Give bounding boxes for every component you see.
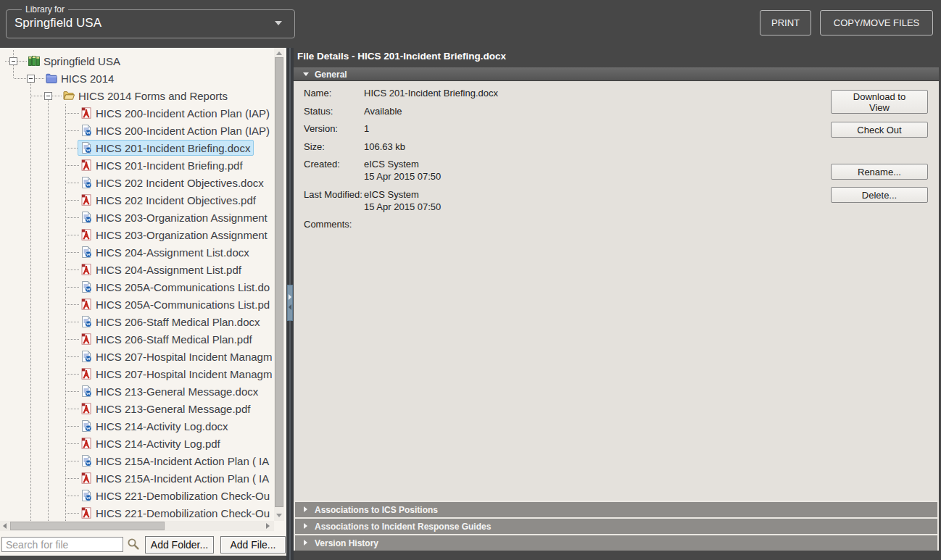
splitter-arrow-right-icon <box>289 294 291 300</box>
pdf-icon <box>80 333 92 345</box>
tree-item[interactable]: HICS 207-Hospital Incident Managm <box>78 366 274 382</box>
docx-icon <box>80 142 92 154</box>
tree-item-label: HICS 206-Staff Medical Plan.docx <box>96 316 260 328</box>
tree-item[interactable]: HICS 206-Staff Medical Plan.pdf <box>78 331 256 347</box>
tree-item-label: HICS 214-Activity Log.pdf <box>96 438 220 450</box>
add-file-button[interactable]: Add File... <box>220 536 286 553</box>
file-tree: Springfield USAHICS 2014HICS 2014 Forms … <box>0 48 274 521</box>
library-icon <box>28 55 40 67</box>
tree-item[interactable]: HICS 200-Incident Action Plan (IAP) <box>78 122 273 138</box>
library-select[interactable]: Library for Springfield USA <box>6 9 295 38</box>
pdf-icon <box>80 159 92 171</box>
tree-item-label: HICS 203-Organization Assignment <box>96 212 268 224</box>
tree-item[interactable]: HICS 201-Incident Briefing.pdf <box>78 157 246 173</box>
scroll-down-icon[interactable] <box>276 514 282 517</box>
section-general-header[interactable]: General <box>294 67 939 81</box>
tree-item[interactable]: HICS 2014 <box>43 70 117 86</box>
tree-item-label: HICS 215A-Incident Action Plan ( IA <box>96 472 269 485</box>
panel-splitter[interactable] <box>286 48 294 560</box>
tree-item[interactable]: HICS 207-Hospital Incident Managm <box>78 348 274 364</box>
tree-guide-line <box>13 50 14 57</box>
tree-item-label: HICS 202 Incident Objectives.pdf <box>96 194 256 206</box>
tree-item[interactable]: HICS 205A-Communications List.pd <box>78 296 273 312</box>
scroll-up-icon[interactable] <box>276 51 282 55</box>
tree-item[interactable]: HICS 214-Activity Log.pdf <box>78 435 224 451</box>
collapsed-section-label: Associations to Incident Response Guides <box>315 522 491 532</box>
tree-item-label: HICS 201-Incident Briefing.pdf <box>96 159 243 172</box>
detail-field: Size:106.63 kb <box>304 141 498 153</box>
field-label: Size: <box>304 141 364 153</box>
search-input[interactable] <box>1 537 123 552</box>
detail-field: Last Modified:eICS System15 Apr 2015 07:… <box>304 188 498 213</box>
folder-open-icon <box>63 90 75 101</box>
detail-field: Comments: <box>304 218 498 230</box>
field-value: 106.63 kb <box>364 141 405 153</box>
collapsed-section-bar[interactable]: Associations to Incident Response Guides <box>295 519 937 534</box>
field-label: Comments: <box>304 218 364 230</box>
tree-item[interactable]: HICS 200-Incident Action Plan (IAP) <box>78 105 273 121</box>
expand-toggle[interactable] <box>44 92 52 100</box>
scroll-left-icon[interactable] <box>3 523 7 529</box>
tree-horizontal-scrollbar[interactable] <box>0 521 274 531</box>
horizontal-scroll-thumb[interactable] <box>10 522 165 530</box>
tree-footer: Add Folder... Add File... <box>0 531 286 556</box>
tree-item-label: HICS 2014 <box>61 72 114 85</box>
tree-item[interactable]: HICS 203-Organization Assignment <box>78 209 271 225</box>
collapsed-section-bar[interactable]: Version History <box>295 535 937 551</box>
tree-item[interactable]: HICS 203-Organization Assignment <box>78 227 271 243</box>
download-to-view-button[interactable]: Download to View <box>831 90 928 114</box>
scroll-right-icon[interactable] <box>266 523 270 529</box>
tree-item[interactable]: HICS 215A-Incident Action Plan ( IA <box>78 453 273 469</box>
collapsed-section-bar[interactable]: Associations to ICS Positions <box>295 502 937 517</box>
rename-button[interactable]: Rename... <box>831 164 928 180</box>
tree-item[interactable]: HICS 221-Demobilization Check-Ou <box>78 505 273 521</box>
tree-item[interactable]: HICS 215A-Incident Action Plan ( IA <box>78 470 273 486</box>
detail-field: Version:1 <box>304 122 498 135</box>
tree-item[interactable]: HICS 201-Incident Briefing.docx <box>78 140 254 156</box>
delete-button[interactable]: Delete... <box>831 187 928 203</box>
add-folder-button[interactable]: Add Folder... <box>145 536 214 553</box>
tree-item[interactable]: HICS 221-Demobilization Check-Ou <box>78 488 273 503</box>
splitter-handle[interactable] <box>287 285 293 321</box>
field-value: eICS System15 Apr 2015 07:50 <box>364 158 441 183</box>
tree-item[interactable]: HICS 202 Incident Objectives.docx <box>78 175 268 191</box>
expand-arrow-icon <box>304 506 307 512</box>
expand-arrow-icon <box>304 523 307 529</box>
tree-item[interactable]: HICS 213-General Message.pdf <box>78 401 254 417</box>
docx-icon <box>80 212 92 223</box>
search-icon[interactable] <box>127 538 140 551</box>
detail-field: Status:Available <box>304 105 498 117</box>
tree-item[interactable]: HICS 204-Assignment List.pdf <box>78 262 245 277</box>
check-out-button[interactable]: Check Out <box>831 122 928 138</box>
docx-icon <box>80 351 92 362</box>
tree-item[interactable]: HICS 213-General Message.docx <box>78 383 262 399</box>
tree-item[interactable]: HICS 204-Assignment List.docx <box>78 244 253 260</box>
docx-icon <box>80 125 92 136</box>
tree-item[interactable]: HICS 205A-Communications List.do <box>78 279 273 295</box>
tree-item-label: HICS 202 Incident Objectives.docx <box>96 177 264 189</box>
print-button[interactable]: PRINT <box>760 10 811 35</box>
file-details-panel: File Details - HICS 201-Incident Briefin… <box>294 48 939 560</box>
expand-toggle[interactable] <box>9 57 17 65</box>
docx-icon <box>80 177 92 188</box>
tree-item[interactable]: HICS 2014 Forms and Reports <box>60 88 231 104</box>
docx-icon <box>80 420 92 432</box>
tree-vertical-scrollbar[interactable] <box>274 48 284 521</box>
library-select-value: Springfield USA <box>14 16 101 30</box>
docx-icon <box>80 246 92 258</box>
tree-item[interactable]: HICS 202 Incident Objectives.pdf <box>78 192 260 208</box>
tree-guide-line <box>30 83 31 521</box>
expand-toggle[interactable] <box>27 75 35 83</box>
file-detail-fields: Name:HICS 201-Incident Briefing.docxStat… <box>304 87 498 236</box>
docx-icon <box>80 281 92 293</box>
tree-item-label: HICS 200-Incident Action Plan (IAP) <box>96 125 270 137</box>
tree-item[interactable]: HICS 214-Activity Log.docx <box>78 418 232 434</box>
section-general-label: General <box>315 70 347 80</box>
field-label: Status: <box>304 105 364 117</box>
expand-arrow-icon <box>304 540 307 546</box>
tree-item-label: HICS 213-General Message.pdf <box>96 403 250 415</box>
copy-move-files-button[interactable]: COPY/MOVE FILES <box>820 10 933 35</box>
tree-item[interactable]: Springfield USA <box>25 53 124 69</box>
vertical-scroll-thumb[interactable] <box>275 57 283 507</box>
tree-item[interactable]: HICS 206-Staff Medical Plan.docx <box>78 314 264 330</box>
